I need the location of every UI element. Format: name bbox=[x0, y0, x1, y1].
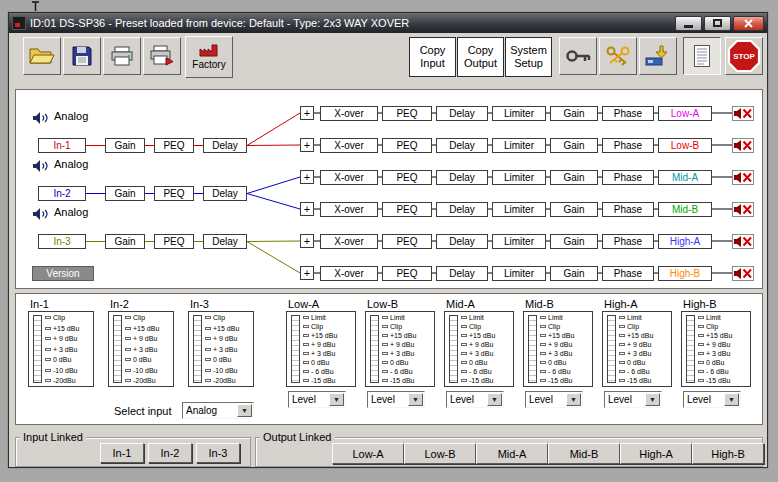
input-linked-button-in-2[interactable]: In-2 bbox=[148, 443, 192, 463]
print-transfer-button[interactable] bbox=[143, 37, 181, 75]
level-dropdown-mid-a[interactable]: Level▼ bbox=[446, 391, 504, 408]
maximize-button[interactable] bbox=[704, 16, 731, 31]
input-chain-box-delay[interactable]: Delay bbox=[203, 186, 247, 201]
output-chain-box-x-over[interactable]: X-over bbox=[320, 202, 378, 217]
output-chain-box-peq[interactable]: PEQ bbox=[382, 170, 432, 185]
level-dropdown-low-a[interactable]: Level▼ bbox=[288, 391, 346, 408]
input-chain-box-delay[interactable]: Delay bbox=[203, 138, 247, 153]
output-mute-button[interactable] bbox=[732, 266, 754, 281]
output-chain-box-x-over[interactable]: X-over bbox=[320, 170, 378, 185]
input-name-box-in-2[interactable]: In-2 bbox=[38, 186, 86, 201]
output-chain-box-delay[interactable]: Delay bbox=[436, 106, 488, 121]
output-chain-box-limiter[interactable]: Limiter bbox=[492, 138, 546, 153]
close-button[interactable] bbox=[733, 16, 764, 31]
unlock-button[interactable] bbox=[599, 37, 637, 75]
input-speaker-button[interactable] bbox=[32, 207, 50, 221]
notes-button[interactable] bbox=[683, 37, 721, 75]
dropdown-arrow-icon[interactable]: ▼ bbox=[724, 393, 739, 406]
lock-button[interactable] bbox=[559, 37, 597, 75]
output-chain-box-delay[interactable]: Delay bbox=[436, 202, 488, 217]
output-mute-button[interactable] bbox=[732, 138, 754, 153]
device-transfer-button[interactable] bbox=[639, 37, 677, 75]
input-chain-box-peq[interactable]: PEQ bbox=[154, 234, 194, 249]
input-linked-button-in-1[interactable]: In-1 bbox=[100, 443, 144, 463]
output-linked-button-high-a[interactable]: High-A bbox=[620, 443, 692, 464]
level-dropdown-high-a[interactable]: Level▼ bbox=[604, 391, 662, 408]
output-chain-box-limiter[interactable]: Limiter bbox=[492, 234, 546, 249]
output-chain-box-phase[interactable]: Phase bbox=[602, 266, 654, 281]
input-chain-box-gain[interactable]: Gain bbox=[105, 186, 145, 201]
print-button[interactable] bbox=[103, 37, 141, 75]
output-mute-button[interactable] bbox=[732, 106, 754, 121]
output-chain-box-delay[interactable]: Delay bbox=[436, 170, 488, 185]
input-speaker-button[interactable] bbox=[32, 159, 50, 173]
dropdown-arrow-icon[interactable]: ▼ bbox=[408, 393, 423, 406]
output-chain-box-limiter[interactable]: Limiter bbox=[492, 106, 546, 121]
title-bar[interactable]: ID:01 DS-SP36 - Preset loaded from devic… bbox=[9, 13, 767, 33]
dropdown-arrow-icon[interactable]: ▼ bbox=[566, 393, 581, 406]
output-linked-button-mid-b[interactable]: Mid-B bbox=[548, 443, 620, 464]
dropdown-arrow-icon[interactable]: ▼ bbox=[237, 404, 252, 417]
output-name-box-mid-b[interactable]: Mid-B bbox=[658, 202, 712, 217]
system-setup-button[interactable]: System Setup bbox=[505, 37, 552, 77]
input-chain-box-delay[interactable]: Delay bbox=[203, 234, 247, 249]
output-sum-box[interactable]: + bbox=[300, 202, 314, 216]
output-chain-box-limiter[interactable]: Limiter bbox=[492, 202, 546, 217]
level-dropdown-low-b[interactable]: Level▼ bbox=[367, 391, 425, 408]
input-name-box-in-1[interactable]: In-1 bbox=[38, 138, 86, 153]
input-chain-box-gain[interactable]: Gain bbox=[105, 234, 145, 249]
factory-button[interactable]: Factory bbox=[185, 36, 233, 78]
output-sum-box[interactable]: + bbox=[300, 106, 314, 120]
output-linked-button-low-a[interactable]: Low-A bbox=[332, 443, 404, 464]
output-name-box-high-b[interactable]: High-B bbox=[658, 266, 712, 281]
output-chain-box-phase[interactable]: Phase bbox=[602, 202, 654, 217]
output-sum-box[interactable]: + bbox=[300, 234, 314, 248]
output-chain-box-x-over[interactable]: X-over bbox=[320, 138, 378, 153]
select-input-dropdown[interactable]: Analog ▼ bbox=[182, 402, 254, 419]
input-name-box-in-3[interactable]: In-3 bbox=[38, 234, 86, 249]
save-button[interactable] bbox=[63, 37, 101, 75]
output-chain-box-limiter[interactable]: Limiter bbox=[492, 170, 546, 185]
output-chain-box-gain[interactable]: Gain bbox=[550, 138, 598, 153]
output-chain-box-phase[interactable]: Phase bbox=[602, 234, 654, 249]
output-chain-box-phase[interactable]: Phase bbox=[602, 170, 654, 185]
output-chain-box-gain[interactable]: Gain bbox=[550, 170, 598, 185]
copy-output-button[interactable]: Copy Output bbox=[457, 37, 504, 77]
input-chain-box-peq[interactable]: PEQ bbox=[154, 138, 194, 153]
output-chain-box-gain[interactable]: Gain bbox=[550, 266, 598, 281]
output-chain-box-x-over[interactable]: X-over bbox=[320, 106, 378, 121]
open-button[interactable] bbox=[23, 37, 61, 75]
level-dropdown-mid-b[interactable]: Level▼ bbox=[525, 391, 583, 408]
output-chain-box-gain[interactable]: Gain bbox=[550, 234, 598, 249]
output-mute-button[interactable] bbox=[732, 170, 754, 185]
output-sum-box[interactable]: + bbox=[300, 170, 314, 184]
output-chain-box-delay[interactable]: Delay bbox=[436, 266, 488, 281]
dropdown-arrow-icon[interactable]: ▼ bbox=[329, 393, 344, 406]
output-name-box-high-a[interactable]: High-A bbox=[658, 234, 712, 249]
output-chain-box-peq[interactable]: PEQ bbox=[382, 234, 432, 249]
output-chain-box-phase[interactable]: Phase bbox=[602, 138, 654, 153]
input-chain-box-gain[interactable]: Gain bbox=[105, 138, 145, 153]
output-name-box-low-b[interactable]: Low-B bbox=[658, 138, 712, 153]
output-sum-box[interactable]: + bbox=[300, 138, 314, 152]
output-chain-box-delay[interactable]: Delay bbox=[436, 138, 488, 153]
output-chain-box-phase[interactable]: Phase bbox=[602, 106, 654, 121]
output-mute-button[interactable] bbox=[732, 202, 754, 217]
output-chain-box-limiter[interactable]: Limiter bbox=[492, 266, 546, 281]
output-chain-box-peq[interactable]: PEQ bbox=[382, 202, 432, 217]
output-chain-box-peq[interactable]: PEQ bbox=[382, 138, 432, 153]
dropdown-arrow-icon[interactable]: ▼ bbox=[487, 393, 502, 406]
output-chain-box-delay[interactable]: Delay bbox=[436, 234, 488, 249]
dropdown-arrow-icon[interactable]: ▼ bbox=[645, 393, 660, 406]
output-linked-button-low-b[interactable]: Low-B bbox=[404, 443, 476, 464]
output-name-box-low-a[interactable]: Low-A bbox=[658, 106, 712, 121]
output-name-box-mid-a[interactable]: Mid-A bbox=[658, 170, 712, 185]
output-linked-button-high-b[interactable]: High-B bbox=[692, 443, 764, 464]
copy-input-button[interactable]: Copy Input bbox=[409, 37, 456, 77]
output-mute-button[interactable] bbox=[732, 234, 754, 249]
output-chain-box-peq[interactable]: PEQ bbox=[382, 266, 432, 281]
output-chain-box-gain[interactable]: Gain bbox=[550, 202, 598, 217]
stop-button[interactable]: STOP bbox=[725, 37, 763, 75]
output-chain-box-gain[interactable]: Gain bbox=[550, 106, 598, 121]
output-linked-button-mid-a[interactable]: Mid-A bbox=[476, 443, 548, 464]
